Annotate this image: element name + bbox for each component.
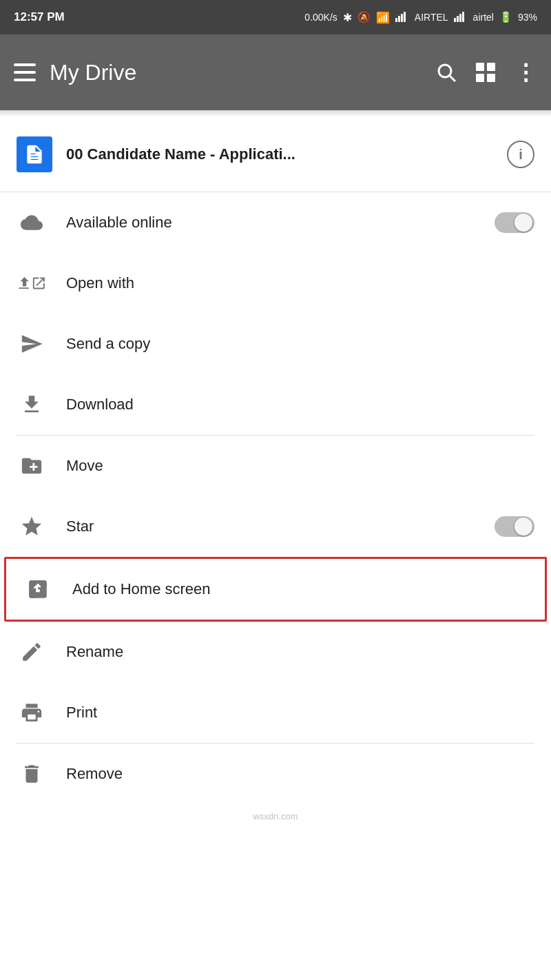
- add-home-icon: [23, 574, 53, 604]
- available-online-label: Available online: [66, 214, 475, 232]
- context-menu: Available online: [0, 192, 551, 804]
- app-bar-actions: ⋮: [436, 59, 537, 85]
- svg-rect-3: [404, 12, 406, 22]
- send-copy-label: Send a copy: [66, 335, 534, 353]
- watermark: wsxdn.com: [0, 804, 551, 828]
- move-item[interactable]: Move: [0, 436, 551, 496]
- app-bar-title: My Drive: [50, 60, 422, 85]
- file-header: 00 Candidate Name - Applicati... i: [0, 117, 551, 192]
- toggle-knob-star: [514, 518, 532, 535]
- signal-icon: [395, 11, 409, 24]
- app-bar-shadow: [0, 110, 551, 117]
- file-info-button[interactable]: i: [507, 141, 534, 168]
- rename-label: Rename: [66, 643, 534, 661]
- wifi-icon: 📶: [376, 11, 390, 24]
- download-label: Download: [66, 396, 534, 414]
- available-online-toggle[interactable]: [495, 212, 534, 233]
- svg-line-12: [450, 76, 455, 81]
- svg-rect-2: [401, 14, 403, 22]
- svg-rect-8: [14, 63, 36, 66]
- carrier2-signal-icon: [454, 11, 468, 24]
- file-name: 00 Candidate Name - Applicati...: [66, 145, 493, 163]
- rename-icon: [17, 637, 47, 667]
- battery-level: 93%: [518, 12, 537, 23]
- add-home-label: Add to Home screen: [72, 580, 528, 598]
- star-toggle[interactable]: [495, 516, 534, 537]
- toggle-knob: [514, 214, 532, 232]
- file-type-icon: [17, 136, 52, 172]
- battery-icon: 🔋: [499, 11, 512, 23]
- status-time: 12:57 PM: [14, 10, 65, 24]
- print-item[interactable]: Print: [0, 682, 551, 743]
- download-icon: [17, 389, 47, 420]
- carrier2-name: airtel: [473, 12, 494, 23]
- print-icon: [17, 697, 47, 728]
- open-with-item[interactable]: Open with: [0, 253, 551, 314]
- send-copy-icon: [17, 329, 47, 359]
- print-label: Print: [66, 704, 534, 722]
- svg-rect-5: [457, 16, 459, 22]
- star-icon: [17, 511, 47, 542]
- svg-rect-13: [476, 63, 484, 71]
- more-options-button[interactable]: ⋮: [514, 59, 537, 85]
- mute-icon: 🔕: [357, 11, 371, 23]
- carrier-name: AIRTEL: [415, 12, 448, 23]
- svg-rect-14: [487, 63, 495, 71]
- available-online-item[interactable]: Available online: [0, 192, 551, 253]
- bluetooth-icon: ✱: [343, 11, 352, 24]
- status-right: 0.00K/s ✱ 🔕 📶 AIRTEL airtel 🔋 93%: [304, 11, 537, 24]
- svg-rect-6: [459, 14, 461, 22]
- move-label: Move: [66, 457, 534, 475]
- available-online-icon: [17, 207, 47, 238]
- open-with-label: Open with: [66, 274, 534, 292]
- remove-icon: [17, 759, 47, 789]
- svg-point-11: [439, 65, 451, 77]
- svg-rect-7: [462, 12, 464, 22]
- move-icon: [17, 451, 47, 481]
- svg-rect-10: [14, 79, 36, 81]
- search-button[interactable]: [436, 62, 457, 83]
- rename-item[interactable]: Rename: [0, 622, 551, 682]
- open-with-icon: [17, 268, 47, 298]
- grid-view-button[interactable]: [476, 63, 495, 82]
- svg-rect-16: [487, 74, 495, 82]
- star-item[interactable]: Star: [0, 496, 551, 557]
- svg-rect-1: [398, 16, 400, 22]
- send-copy-item[interactable]: Send a copy: [0, 314, 551, 374]
- svg-rect-0: [395, 18, 397, 22]
- add-home-screen-item[interactable]: Add to Home screen: [4, 557, 547, 622]
- remove-label: Remove: [66, 765, 534, 783]
- status-bar: 12:57 PM 0.00K/s ✱ 🔕 📶 AIRTEL airtel 🔋 9…: [0, 0, 551, 34]
- star-label: Star: [66, 518, 475, 535]
- remove-item[interactable]: Remove: [0, 744, 551, 804]
- svg-rect-4: [454, 18, 456, 22]
- network-speed: 0.00K/s: [304, 12, 337, 23]
- download-item[interactable]: Download: [0, 374, 551, 435]
- app-bar: My Drive ⋮: [0, 34, 551, 110]
- svg-rect-9: [14, 71, 36, 74]
- menu-button[interactable]: [14, 63, 36, 81]
- svg-rect-15: [476, 74, 484, 82]
